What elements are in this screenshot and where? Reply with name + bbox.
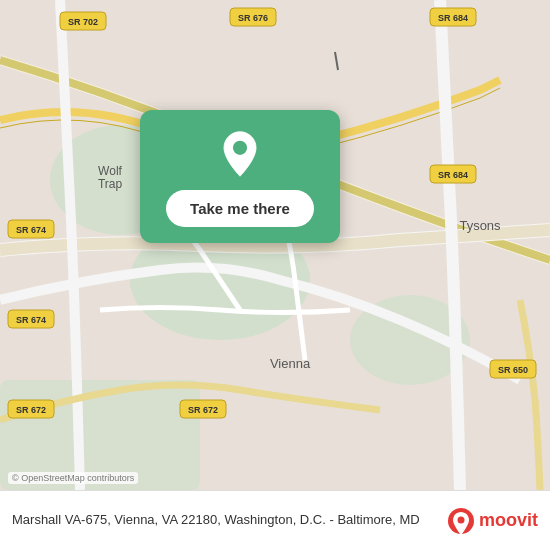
- moovit-logo: moovit: [447, 507, 538, 535]
- location-card: Take me there: [140, 110, 340, 243]
- map-container: SR 702 SR 676 SR 684 SR 674 SR 684 SR 67…: [0, 0, 550, 490]
- svg-text:SR 672: SR 672: [16, 405, 46, 415]
- svg-text:Tysons: Tysons: [459, 218, 501, 233]
- bottom-bar: Marshall VA-675, Vienna, VA 22180, Washi…: [0, 490, 550, 550]
- svg-text:SR 684: SR 684: [438, 170, 468, 180]
- svg-point-28: [233, 141, 247, 155]
- osm-credit: © OpenStreetMap contributors: [8, 472, 138, 484]
- svg-text:SR 684: SR 684: [438, 13, 468, 23]
- svg-text:SR 650: SR 650: [498, 365, 528, 375]
- svg-text:Wolf: Wolf: [98, 164, 122, 178]
- pin-icon: [216, 130, 264, 178]
- svg-text:SR 676: SR 676: [238, 13, 268, 23]
- svg-text:Trap: Trap: [98, 177, 123, 191]
- address-text: Marshall VA-675, Vienna, VA 22180, Washi…: [12, 511, 447, 529]
- svg-text:SR 674: SR 674: [16, 315, 46, 325]
- svg-text:Vienna: Vienna: [270, 356, 311, 371]
- svg-point-30: [457, 516, 464, 523]
- svg-text:SR 674: SR 674: [16, 225, 46, 235]
- svg-text:SR 672: SR 672: [188, 405, 218, 415]
- moovit-logo-icon: [447, 507, 475, 535]
- moovit-logo-text: moovit: [479, 510, 538, 531]
- take-me-there-button[interactable]: Take me there: [166, 190, 314, 227]
- svg-text:SR 702: SR 702: [68, 17, 98, 27]
